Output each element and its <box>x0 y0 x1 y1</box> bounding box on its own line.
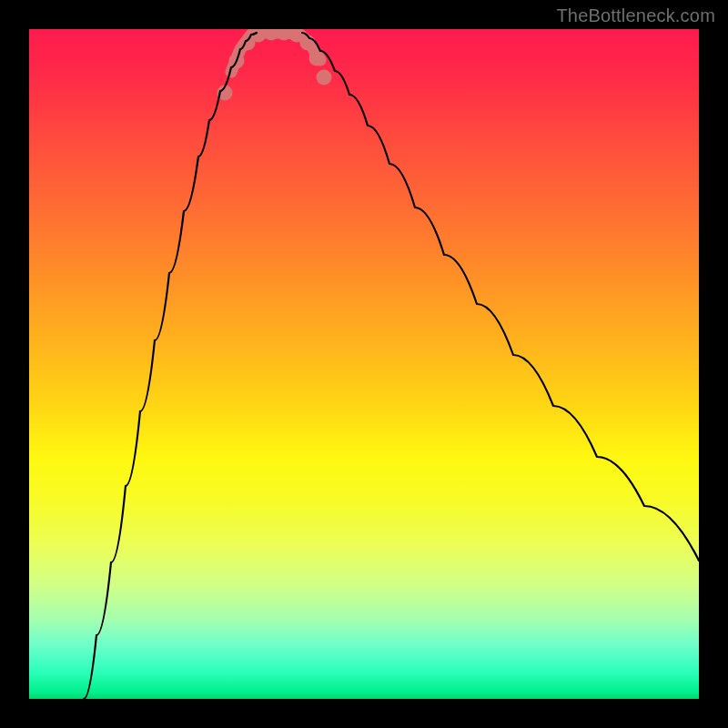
plot-area <box>29 29 699 699</box>
chart-svg <box>29 29 699 699</box>
highlight-dot <box>309 51 325 66</box>
right-curve <box>302 33 699 561</box>
watermark-text: TheBottleneck.com <box>556 5 715 26</box>
left-curve <box>84 33 257 699</box>
highlight-dot <box>317 70 332 86</box>
